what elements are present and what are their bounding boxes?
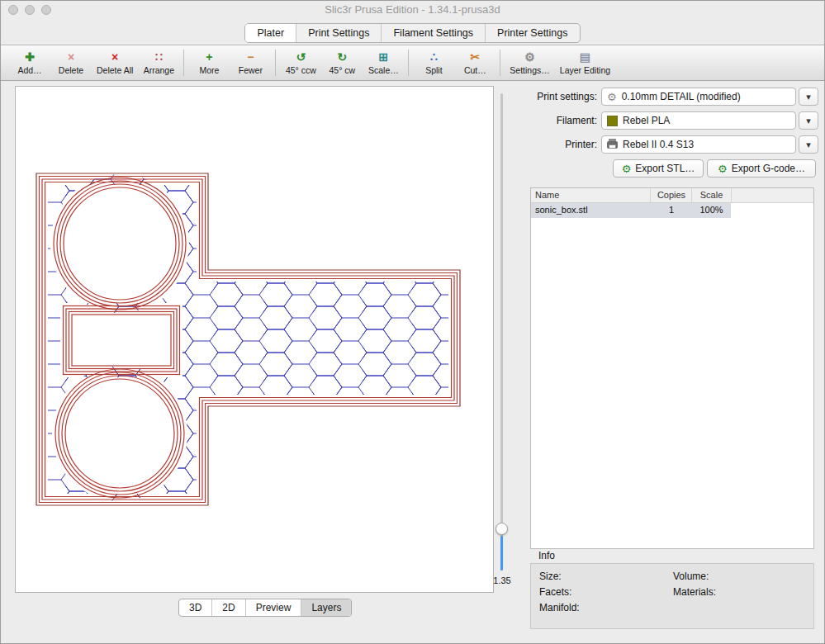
tab-filament-settings[interactable]: Filament Settings [381,24,485,42]
manifold-label: Manifold: [539,602,580,613]
column-divider [691,188,692,202]
volume-label: Volume: [673,571,709,582]
toolbar-separator [275,50,276,76]
more-label: More [199,65,219,75]
cut-icon: ✂ [470,50,480,64]
cut-button[interactable]: ✂ Cut… [454,46,495,79]
delete-all-label: Delete All [97,65,133,75]
split-label: Split [425,65,442,75]
fewer-label: Fewer [239,65,263,75]
scale-icon: ⊞ [378,50,388,64]
toolbar-separator [408,50,409,76]
cell-scale: 100% [692,205,731,215]
printer-select[interactable]: Rebel II 0.4 S13 [601,135,796,154]
export-stl-icon: ⚙ [622,163,632,174]
arrange-button[interactable]: ∷ Arrange [138,46,179,79]
fewer-icon: − [247,50,254,64]
table-row[interactable]: sonic_box.stl 1 100% [531,203,813,218]
export-gcode-label: Export G-code… [732,163,805,174]
cell-copies: 1 [651,205,692,215]
tab-print-settings[interactable]: Print Settings [296,24,381,42]
layer-slider-track[interactable] [500,93,503,571]
slic3r-window: Slic3r Prusa Edition - 1.34.1-prusa3d Pl… [0,0,825,644]
tab-printer-settings[interactable]: Printer Settings [485,24,579,42]
export-stl-button[interactable]: ⚙ Export STL… [613,159,704,178]
column-divider [650,188,651,202]
print-settings-select[interactable]: ⚙ 0.10mm DETAIL (modified) [601,88,796,106]
facets-label: Facets: [539,586,571,598]
settings-icon: ⚙ [524,50,535,64]
fewer-button[interactable]: − Fewer [230,46,271,79]
export-stl-label: Export STL… [635,163,695,174]
add-button[interactable]: ✚ Add… [9,46,50,79]
view-tab-layers[interactable]: Layers [301,599,351,616]
column-header-name[interactable]: Name [535,190,559,200]
rotate-cw-icon: ↻ [337,50,347,64]
cell-name: sonic_box.stl [535,205,588,215]
filament-select[interactable]: Rebel PLA [601,111,796,130]
main-tab-bar: Plater Print Settings Filament Settings … [1,23,824,43]
minimize-window-button[interactable] [25,5,35,15]
plate-canvas[interactable] [15,86,494,593]
settings-label: Settings… [510,65,549,75]
toolbar-separator [183,50,184,76]
view-tab-3d[interactable]: 3D [179,599,211,616]
layer-slider-value: 1.35 [486,575,518,585]
add-label: Add… [17,65,41,75]
delete-all-icon: × [111,50,118,64]
scale-button[interactable]: ⊞ Scale… [363,46,404,79]
layer-editing-icon: ▤ [580,50,590,64]
object-table[interactable]: Name Copies Scale sonic_box.stl 1 100% [530,187,814,549]
arrange-label: Arrange [144,65,174,75]
delete-icon: × [68,50,74,64]
titlebar[interactable]: Slic3r Prusa Edition - 1.34.1-prusa3d [1,1,824,19]
delete-all-button[interactable]: × Delete All [92,46,138,79]
toolbar: ✚ Add… × Delete × Delete All ∷ Arrange +… [1,45,825,81]
settings-button[interactable]: ⚙ Settings… [505,46,554,79]
materials-label: Materials: [673,586,716,598]
layer-editing-label: Layer Editing [560,65,610,75]
print-settings-dropdown-button[interactable]: ▾ [799,88,818,106]
rotate-ccw-button[interactable]: ↺ 45° ccw [280,46,321,79]
column-divider [731,188,732,202]
print-settings-label: Print settings: [521,91,597,102]
add-icon: ✚ [25,50,35,64]
toolbar-separator [500,50,500,76]
view-tab-2d[interactable]: 2D [211,599,244,616]
cut-label: Cut… [464,65,486,75]
size-label: Size: [539,571,562,582]
layer-slider-fill [500,536,503,571]
split-icon: ∴ [430,50,438,64]
filament-label: Filament: [521,115,597,126]
printer-label: Printer: [521,139,597,150]
zoom-window-button[interactable] [41,5,51,15]
view-tab-preview[interactable]: Preview [245,599,301,616]
arrange-icon: ∷ [155,50,163,64]
printer-icon [607,141,618,149]
view-tab-bar: 3D 2D Preview Layers [178,599,352,617]
close-window-button[interactable] [8,5,18,15]
delete-button[interactable]: × Delete [50,46,92,79]
info-title: Info [538,550,555,561]
export-gcode-icon: ⚙ [718,163,728,174]
layer-slider-handle[interactable] [495,523,508,535]
column-header-copies[interactable]: Copies [651,190,692,200]
split-button[interactable]: ∴ Split [413,46,454,79]
layer-preview-drawing [16,87,493,592]
traffic-lights [8,5,51,15]
rotate-ccw-label: 45° ccw [286,65,316,75]
object-table-header: Name Copies Scale [531,188,813,203]
rotate-cw-button[interactable]: ↻ 45° cw [321,46,363,79]
printer-value: Rebel II 0.4 S13 [623,139,694,150]
rotate-ccw-icon: ↺ [296,50,306,64]
layer-editing-button[interactable]: ▤ Layer Editing [555,46,615,79]
tab-plater[interactable]: Plater [245,24,296,42]
window-title: Slic3r Prusa Edition - 1.34.1-prusa3d [1,1,824,19]
printer-dropdown-button[interactable]: ▾ [799,135,818,154]
export-gcode-button[interactable]: ⚙ Export G-code… [707,159,816,178]
column-header-scale[interactable]: Scale [692,190,731,200]
filament-dropdown-button[interactable]: ▾ [799,111,818,130]
more-button[interactable]: + More [188,46,230,79]
rotate-cw-label: 45° cw [330,65,356,75]
delete-label: Delete [59,65,83,75]
